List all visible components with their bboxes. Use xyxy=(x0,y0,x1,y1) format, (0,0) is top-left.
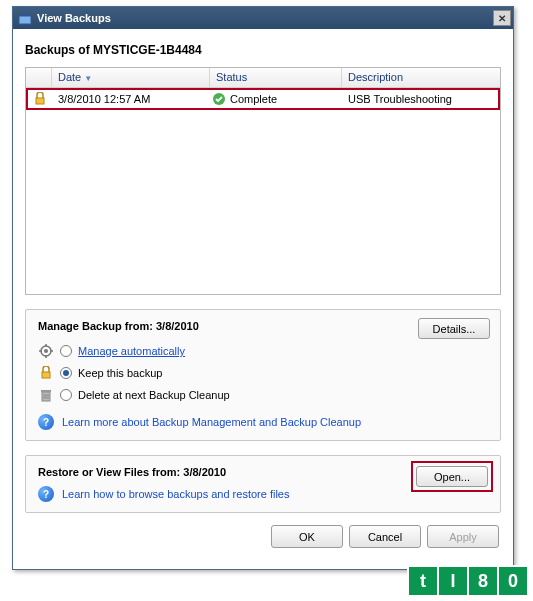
svg-rect-0 xyxy=(19,16,31,24)
radio-delete[interactable] xyxy=(60,389,72,401)
radio-manage-auto[interactable] xyxy=(60,345,72,357)
restore-help-link[interactable]: Learn how to browse backups and restore … xyxy=(62,488,289,500)
sort-indicator-icon: ▼ xyxy=(84,74,92,83)
restore-panel: Restore or View Files from: 3/8/2010 Ope… xyxy=(25,455,501,513)
titlebar: View Backups ✕ xyxy=(13,7,513,29)
check-icon xyxy=(212,92,226,106)
option-delete[interactable]: Delete at next Backup Cleanup xyxy=(38,384,488,406)
window-title: View Backups xyxy=(37,12,493,24)
row-status: Complete xyxy=(230,93,277,105)
backup-list: Date▼ Status Description 3/8/2010 12:57 … xyxy=(25,67,501,295)
backup-row[interactable]: 3/8/2010 12:57 AM Complete USB Troublesh… xyxy=(26,88,500,110)
details-button[interactable]: Details... xyxy=(418,318,490,339)
col-status-header[interactable]: Status xyxy=(210,68,342,87)
gear-icon xyxy=(38,343,54,359)
svg-rect-1 xyxy=(36,98,44,104)
manage-help-link[interactable]: Learn more about Backup Management and B… xyxy=(62,416,361,428)
ok-button[interactable]: OK xyxy=(271,525,343,548)
option-manage-auto[interactable]: Manage automatically xyxy=(38,340,488,362)
close-button[interactable]: ✕ xyxy=(493,10,511,26)
list-header: Date▼ Status Description xyxy=(26,68,500,88)
option-keep[interactable]: Keep this backup xyxy=(38,362,488,384)
col-description-header[interactable]: Description xyxy=(342,68,500,87)
trash-icon xyxy=(38,387,54,403)
cancel-button[interactable]: Cancel xyxy=(349,525,421,548)
svg-rect-11 xyxy=(41,390,51,392)
label-manage-auto: Manage automatically xyxy=(78,345,185,357)
col-date-header[interactable]: Date▼ xyxy=(52,68,210,87)
svg-point-4 xyxy=(44,349,48,353)
col-icon[interactable] xyxy=(26,68,52,87)
lock-icon-small xyxy=(38,365,54,381)
help-icon: ? xyxy=(38,414,54,430)
radio-keep[interactable] xyxy=(60,367,72,379)
row-description: USB Troubleshooting xyxy=(344,93,498,105)
watermark: t l 8 0 xyxy=(409,565,529,597)
manage-backup-panel: Manage Backup from: 3/8/2010 Details... … xyxy=(25,309,501,441)
page-heading: Backups of MYSTICGE-1B4484 xyxy=(25,43,501,57)
dialog-buttons: OK Cancel Apply xyxy=(25,525,501,548)
app-icon xyxy=(17,10,33,26)
view-backups-dialog: View Backups ✕ Backups of MYSTICGE-1B448… xyxy=(12,6,514,570)
apply-button: Apply xyxy=(427,525,499,548)
label-keep: Keep this backup xyxy=(78,367,162,379)
open-button[interactable]: Open... xyxy=(416,466,488,487)
row-date: 3/8/2010 12:57 AM xyxy=(52,93,212,105)
lock-icon xyxy=(28,92,52,106)
label-delete: Delete at next Backup Cleanup xyxy=(78,389,230,401)
svg-rect-9 xyxy=(42,372,50,378)
help-icon: ? xyxy=(38,486,54,502)
